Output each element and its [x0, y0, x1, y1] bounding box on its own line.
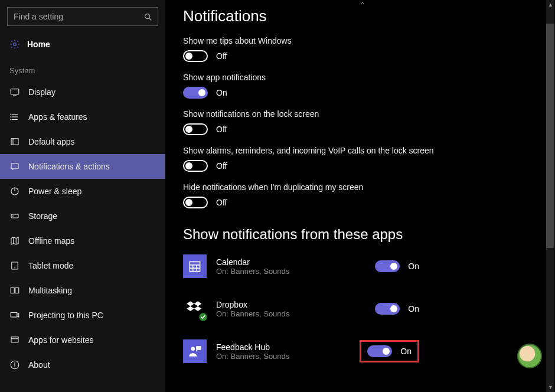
- svg-rect-16: [11, 214, 18, 218]
- scrollbar[interactable]: ▲ ▼: [546, 0, 554, 392]
- toggle-switch[interactable]: [375, 260, 400, 272]
- storage-icon: [9, 211, 20, 221]
- main-content: ⌃ Notifications Show me tips about Windo…: [165, 0, 555, 392]
- scrollbar-thumb[interactable]: [546, 24, 554, 248]
- sidebar-item-label: Offline maps: [28, 236, 74, 246]
- setting-label: Show notifications on the lock screen: [183, 109, 455, 119]
- scroll-up-arrow[interactable]: ▲: [548, 2, 553, 8]
- sidebar-item-multitask[interactable]: Multitasking: [0, 278, 165, 303]
- setting-row: Show alarms, reminders, and incoming VoI…: [183, 146, 537, 172]
- svg-point-10: [11, 119, 11, 120]
- svg-line-1: [149, 18, 152, 21]
- dropbox-icon: [183, 297, 207, 321]
- sidebar-item-label: Projecting to this PC: [28, 311, 103, 320]
- sidebar-item-label: Tablet mode: [28, 261, 73, 270]
- toggle-switch[interactable]: [183, 123, 208, 135]
- sidebar-item-label: About: [28, 360, 50, 370]
- sidebar-item-websites[interactable]: Apps for websites: [0, 328, 165, 352]
- search-input[interactable]: [8, 12, 158, 21]
- search-box[interactable]: [7, 7, 158, 26]
- sidebar-section-label: System: [0, 55, 165, 80]
- svg-point-29: [15, 363, 15, 364]
- svg-rect-13: [11, 164, 18, 169]
- sidebar-item-label: Apps & features: [28, 112, 87, 122]
- setting-label: Show me tips about Windows: [183, 36, 455, 45]
- setting-row: Show app notifications On: [183, 73, 537, 99]
- setting-label: Hide notifications when I'm duplicating …: [183, 182, 455, 192]
- toggle-switch[interactable]: [183, 50, 208, 62]
- power-icon: [9, 186, 20, 197]
- app-subtext: On: Banners, Sounds: [216, 267, 365, 276]
- sidebar-item-project[interactable]: Projecting to this PC: [0, 303, 165, 328]
- toggle-switch[interactable]: [183, 87, 208, 99]
- toggle-switch[interactable]: [375, 303, 400, 315]
- app-notification-row[interactable]: Feedback Hub On: Banners, Sounds On: [183, 339, 419, 363]
- sidebar-item-info[interactable]: About: [0, 352, 165, 377]
- sidebar-item-storage[interactable]: Storage: [0, 204, 165, 228]
- sidebar-item-apps[interactable]: Apps & features: [0, 104, 165, 129]
- sidebar-item-label: Default apps: [28, 137, 75, 146]
- app-toggle-wrap: On: [375, 260, 419, 272]
- svg-point-0: [145, 14, 150, 19]
- svg-rect-30: [190, 262, 200, 271]
- app-notification-row[interactable]: Calendar On: Banners, Sounds On: [183, 254, 419, 278]
- sidebar-item-defaultapps[interactable]: Default apps: [0, 129, 165, 154]
- setting-row: Hide notifications when I'm duplicating …: [183, 182, 537, 208]
- toggle-switch[interactable]: [367, 345, 392, 357]
- scroll-down-arrow[interactable]: ▼: [548, 384, 553, 390]
- setting-label: Show app notifications: [183, 73, 455, 82]
- toggle-switch[interactable]: [183, 160, 208, 172]
- sidebar-item-label: Multitasking: [28, 286, 72, 295]
- toggle-state: Off: [216, 51, 227, 61]
- svg-rect-37: [196, 346, 201, 350]
- setting-row: Show me tips about Windows Off: [183, 36, 537, 62]
- app-source-title: Show notifications from these apps: [183, 226, 537, 243]
- toggle-state: On: [408, 304, 419, 313]
- toggle-switch[interactable]: [183, 197, 208, 208]
- app-name: Calendar: [216, 257, 365, 267]
- notifications-icon: [9, 161, 20, 172]
- svg-point-17: [13, 216, 14, 217]
- sidebar-item-label: Storage: [28, 211, 57, 221]
- app-subtext: On: Banners, Sounds: [216, 352, 350, 361]
- app-notification-row[interactable]: Dropbox On: Banners, Sounds On: [183, 297, 419, 321]
- app-subtext: On: Banners, Sounds: [216, 309, 365, 318]
- svg-rect-25: [11, 337, 18, 342]
- app-name: Feedback Hub: [216, 342, 350, 352]
- svg-rect-22: [11, 288, 14, 293]
- svg-rect-23: [15, 288, 19, 293]
- svg-rect-24: [11, 313, 17, 318]
- toggle-state: On: [400, 347, 412, 356]
- sidebar-item-notifications[interactable]: Notifications & actions: [0, 154, 165, 179]
- info-icon: [9, 360, 20, 370]
- svg-rect-11: [11, 139, 18, 145]
- toggle-state: On: [408, 262, 419, 271]
- app-toggle-wrap: On: [375, 303, 419, 315]
- toggle-state: Off: [216, 161, 227, 171]
- sidebar-item-power[interactable]: Power & sleep: [0, 179, 165, 204]
- sidebar-item-home[interactable]: Home: [0, 33, 165, 55]
- apps-icon: [9, 112, 20, 122]
- setting-row: Show notifications on the lock screen Of…: [183, 109, 537, 135]
- avatar: [517, 344, 542, 368]
- svg-point-2: [14, 43, 17, 46]
- toggle-state: On: [216, 88, 227, 97]
- app-toggle-wrap: On: [360, 340, 419, 362]
- sidebar-item-label: Apps for websites: [28, 335, 94, 345]
- svg-point-36: [191, 347, 195, 351]
- websites-icon: [9, 335, 20, 345]
- project-icon: [9, 310, 20, 321]
- scroll-up-indicator[interactable]: ⌃: [360, 1, 365, 8]
- toggle-state: Off: [216, 198, 227, 207]
- sidebar-item-display[interactable]: Display: [0, 80, 165, 104]
- display-icon: [9, 87, 20, 97]
- feedback-icon: [183, 339, 207, 363]
- sidebar-item-label: Power & sleep: [28, 187, 81, 196]
- page-title: Notifications: [183, 7, 537, 25]
- sidebar-item-maps[interactable]: Offline maps: [0, 228, 165, 253]
- svg-rect-3: [11, 89, 19, 94]
- sidebar-item-tablet[interactable]: Tablet mode: [0, 253, 165, 278]
- setting-label: Show alarms, reminders, and incoming VoI…: [183, 146, 455, 155]
- sidebar-item-label: Display: [28, 87, 56, 97]
- tablet-icon: [9, 260, 20, 271]
